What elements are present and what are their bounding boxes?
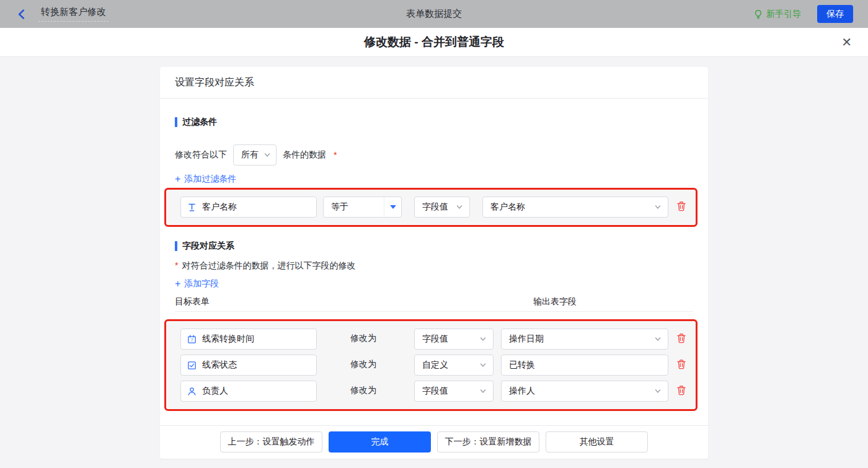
filter-match-row: 修改符合以下 所有 条件的数据 * — [175, 144, 337, 166]
mapping-row: 线索状态 修改为 自定义 已转换 — [166, 355, 696, 376]
modal-header: 修改数据 - 合并到普通字段 ✕ — [0, 28, 868, 57]
value-type-select[interactable]: 自定义 — [414, 355, 494, 376]
match-prefix: 修改符合以下 — [175, 149, 227, 161]
condition-field-input[interactable]: 客户名称 — [180, 196, 317, 218]
chevron-down-icon — [479, 387, 487, 395]
modal-body: 设置字段对应关系 过滤条件 修改符合以下 所有 条件的数据 * + 添加过滤条件 — [0, 57, 868, 468]
beginner-guide-link[interactable]: 新手引导 — [753, 9, 801, 20]
modal-title: 修改数据 - 合并到普通字段 — [364, 34, 504, 50]
back-button[interactable] — [16, 7, 30, 21]
trash-icon — [676, 333, 687, 344]
custom-value-input[interactable]: 已转换 — [501, 355, 668, 376]
output-field-select[interactable]: 操作人 — [501, 381, 668, 402]
chevron-down-icon — [479, 335, 487, 343]
delete-condition-button[interactable] — [676, 201, 688, 213]
lightbulb-icon — [753, 9, 763, 19]
card-header-divider — [160, 98, 708, 99]
filter-condition-highlight: 客户名称 等于 字段值 客户名称 — [164, 188, 698, 227]
modify-to-label: 修改为 — [350, 359, 376, 370]
match-suffix: 条件的数据 — [283, 149, 326, 161]
trash-icon — [676, 385, 687, 396]
condition-operator-select[interactable]: 等于 — [323, 196, 402, 218]
triangle-down-icon — [390, 205, 396, 209]
target-field-input[interactable]: 负责人 — [180, 381, 317, 402]
app-topbar: 转换新客户修改 表单数据提交 新手引导 保存 — [0, 0, 868, 28]
value-type-select[interactable]: 字段值 — [414, 381, 494, 402]
save-button[interactable]: 保存 — [817, 5, 853, 23]
topbar-title: 表单数据提交 — [0, 8, 868, 20]
card-title: 设置字段对应关系 — [175, 67, 254, 98]
done-button[interactable]: 完成 — [329, 431, 431, 453]
modify-to-label: 修改为 — [350, 333, 376, 344]
footer-actions: 上一步：设置触发动作 完成 下一步：设置新增数据 其他设置 — [160, 431, 708, 453]
trash-icon — [676, 201, 687, 212]
condition-value-type-select[interactable]: 字段值 — [414, 196, 470, 218]
svg-text:7: 7 — [191, 338, 193, 342]
mapping-rows-highlight: 7 线索转换时间 修改为 字段值 操作日期 — [164, 319, 698, 411]
target-field-input[interactable]: 线索状态 — [180, 355, 317, 376]
modify-to-label: 修改为 — [350, 385, 376, 396]
output-field-select[interactable]: 操作日期 — [501, 329, 668, 350]
mapping-description: *对符合过滤条件的数据，进行以下字段的修改 — [175, 260, 355, 272]
mapping-row: 负责人 修改为 字段值 操作人 — [166, 381, 696, 402]
trash-icon — [676, 359, 687, 370]
next-step-button[interactable]: 下一步：设置新增数据 — [437, 431, 539, 453]
delete-row-button[interactable] — [676, 385, 688, 397]
settings-card: 设置字段对应关系 过滤条件 修改符合以下 所有 条件的数据 * + 添加过滤条件 — [160, 67, 708, 459]
text-field-icon — [187, 203, 197, 212]
checkbox-icon — [187, 361, 197, 370]
value-type-select[interactable]: 字段值 — [414, 329, 494, 350]
operator-caret-zone[interactable] — [384, 197, 401, 217]
footer-divider — [160, 425, 708, 426]
guide-label: 新手引导 — [766, 9, 801, 20]
chevron-down-icon — [456, 203, 463, 211]
target-field-input[interactable]: 7 线索转换时间 — [180, 329, 317, 350]
chevron-down-icon — [479, 361, 487, 369]
required-mark: * — [334, 150, 337, 160]
delete-row-button[interactable] — [676, 333, 688, 345]
mapping-section-title: 字段对应关系 — [175, 241, 234, 252]
chevron-left-icon — [16, 9, 27, 20]
person-icon — [187, 387, 197, 396]
add-filter-condition-link[interactable]: + 添加过滤条件 — [175, 174, 236, 185]
other-settings-button[interactable]: 其他设置 — [546, 431, 648, 453]
chevron-down-icon — [264, 151, 271, 159]
filter-section-title: 过滤条件 — [175, 117, 217, 128]
match-scope-select[interactable]: 所有 — [233, 144, 277, 166]
column-output-field: 输出表字段 — [533, 296, 577, 307]
column-header-divider — [175, 311, 693, 312]
calendar-icon: 7 — [187, 335, 197, 344]
mapping-row: 7 线索转换时间 修改为 字段值 操作日期 — [166, 329, 696, 350]
section-accent-bar — [175, 241, 177, 251]
mapping-column-headers: 目标表单 输出表字段 — [175, 296, 693, 307]
add-field-link[interactable]: + 添加字段 — [175, 278, 219, 289]
column-target-form: 目标表单 — [175, 296, 210, 306]
chevron-down-icon — [654, 203, 662, 211]
condition-value-select[interactable]: 客户名称 — [482, 196, 668, 218]
delete-row-button[interactable] — [676, 359, 688, 371]
chevron-down-icon — [654, 387, 662, 395]
prev-step-button[interactable]: 上一步：设置触发动作 — [220, 431, 322, 453]
close-icon[interactable]: ✕ — [841, 35, 852, 49]
flow-name[interactable]: 转换新客户修改 — [38, 6, 108, 22]
chevron-down-icon — [654, 335, 662, 343]
section-accent-bar — [175, 117, 177, 127]
